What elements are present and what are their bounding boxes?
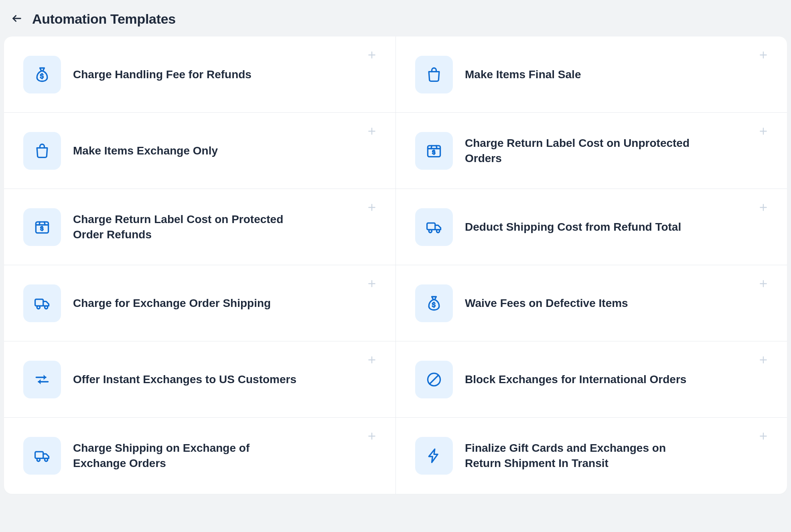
plus-icon xyxy=(758,278,769,290)
template-item[interactable]: Deduct Shipping Cost from Refund Total xyxy=(396,189,787,265)
plus-icon xyxy=(758,202,769,214)
plus-icon xyxy=(367,431,377,443)
plus-icon xyxy=(758,50,769,61)
svg-point-41 xyxy=(45,458,47,461)
box-money-icon xyxy=(23,208,61,246)
template-item[interactable]: Charge Return Label Cost on Protected Or… xyxy=(4,189,396,265)
template-item[interactable]: Make Items Exchange Only xyxy=(4,113,396,189)
svg-point-20 xyxy=(429,229,432,232)
template-item[interactable]: Make Items Final Sale xyxy=(396,37,787,113)
svg-rect-24 xyxy=(35,299,43,306)
arrow-left-icon xyxy=(11,13,22,26)
shopping-bag-icon xyxy=(23,132,61,170)
add-template-button[interactable] xyxy=(756,124,771,139)
plus-icon xyxy=(367,278,377,290)
truck-icon xyxy=(415,208,453,246)
svg-rect-19 xyxy=(427,223,435,229)
block-icon xyxy=(415,361,453,398)
svg-point-21 xyxy=(436,229,439,232)
bolt-icon xyxy=(415,437,453,475)
template-label: Finalize Gift Cards and Exchanges on Ret… xyxy=(465,441,722,471)
add-template-button[interactable] xyxy=(756,353,771,368)
plus-icon xyxy=(367,126,377,138)
add-template-button[interactable] xyxy=(364,353,379,368)
svg-point-25 xyxy=(37,306,40,309)
add-template-button[interactable] xyxy=(364,124,379,139)
template-item[interactable]: Offer Instant Exchanges to US Customers xyxy=(4,341,396,418)
add-template-button[interactable] xyxy=(756,429,771,444)
template-item[interactable]: Charge Return Label Cost on Unprotected … xyxy=(396,113,787,189)
template-label: Make Items Exchange Only xyxy=(73,143,242,158)
svg-point-40 xyxy=(37,458,40,461)
plus-icon xyxy=(367,202,377,214)
add-template-button[interactable] xyxy=(756,48,771,63)
template-label: Charge Return Label Cost on Unprotected … xyxy=(465,136,722,166)
plus-icon xyxy=(367,355,377,366)
template-label: Charge for Exchange Order Shipping xyxy=(73,296,295,311)
template-label: Charge Handling Fee for Refunds xyxy=(73,67,276,82)
truck-icon xyxy=(23,284,61,322)
swap-icon xyxy=(23,361,61,398)
template-item[interactable]: Charge for Exchange Order Shipping xyxy=(4,265,396,341)
svg-line-36 xyxy=(430,375,438,384)
plus-icon xyxy=(758,431,769,443)
template-item[interactable]: Charge Handling Fee for Refunds xyxy=(4,37,396,113)
svg-rect-39 xyxy=(35,452,43,459)
templates-card: Charge Handling Fee for Refunds Make Ite… xyxy=(4,37,787,494)
box-money-icon xyxy=(415,132,453,170)
template-label: Offer Instant Exchanges to US Customers xyxy=(73,372,320,387)
template-item[interactable]: Finalize Gift Cards and Exchanges on Ret… xyxy=(396,418,787,494)
add-template-button[interactable] xyxy=(756,276,771,292)
page-title: Automation Templates xyxy=(32,11,176,27)
money-bag-icon xyxy=(23,56,61,93)
shopping-bag-icon xyxy=(415,56,453,93)
template-label: Make Items Final Sale xyxy=(465,67,605,82)
template-label: Block Exchanges for International Orders xyxy=(465,372,710,387)
back-button[interactable] xyxy=(10,12,24,26)
plus-icon xyxy=(367,50,377,61)
money-bag-icon xyxy=(415,284,453,322)
truck-icon xyxy=(23,437,61,475)
template-label: Charge Return Label Cost on Protected Or… xyxy=(73,212,330,242)
template-item[interactable]: Block Exchanges for International Orders xyxy=(396,341,787,418)
svg-point-26 xyxy=(45,306,47,309)
add-template-button[interactable] xyxy=(364,48,379,63)
template-label: Waive Fees on Defective Items xyxy=(465,296,652,311)
add-template-button[interactable] xyxy=(364,200,379,215)
add-template-button[interactable] xyxy=(756,200,771,215)
add-template-button[interactable] xyxy=(364,429,379,444)
template-item[interactable]: Charge Shipping on Exchange of Exchange … xyxy=(4,418,396,494)
add-template-button[interactable] xyxy=(364,276,379,292)
template-label: Charge Shipping on Exchange of Exchange … xyxy=(73,441,330,471)
plus-icon xyxy=(758,355,769,366)
plus-icon xyxy=(758,126,769,138)
template-label: Deduct Shipping Cost from Refund Total xyxy=(465,219,705,235)
template-item[interactable]: Waive Fees on Defective Items xyxy=(396,265,787,341)
